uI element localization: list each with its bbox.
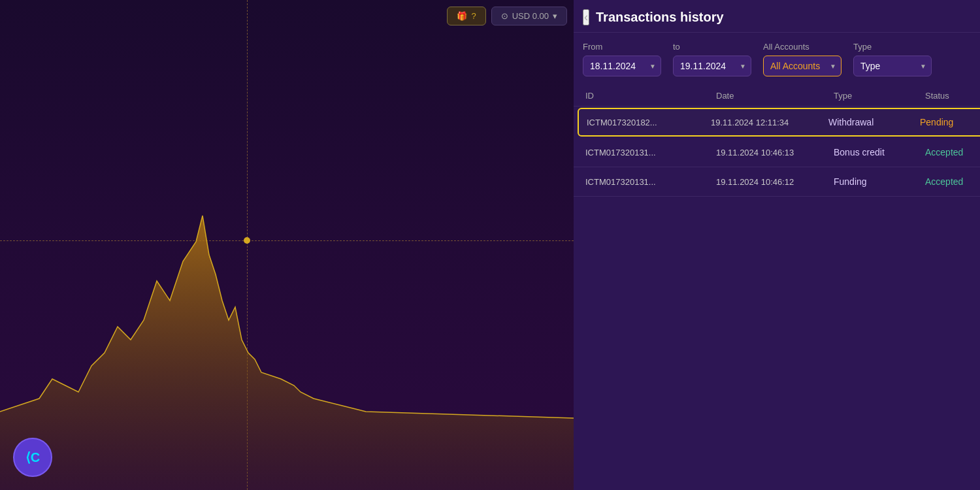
row-2-status: Accepted <box>925 147 980 157</box>
table-body: ICTM017320182... 19.11.2024 12:11:34 Wit… <box>574 106 980 490</box>
row-1-date: 19.11.2024 12:11:34 <box>711 118 828 127</box>
wallet-icon: ⊙ <box>501 11 508 21</box>
to-date-select[interactable]: 19.11.2024 <box>673 56 751 76</box>
balance-label: USD 0.00 <box>512 11 549 21</box>
accounts-label: All Accounts <box>763 42 841 52</box>
row-2-type: Bonus credit <box>834 147 925 157</box>
price-chart <box>0 98 574 490</box>
to-label: to <box>673 42 751 52</box>
type-select-wrapper: Type <box>853 56 932 76</box>
type-filter-group: Type Type <box>853 42 932 76</box>
from-select-wrapper: 18.11.2024 <box>583 56 661 76</box>
row-1-type: Withdrawal <box>828 117 920 127</box>
row-2-date: 19.11.2024 10:46:13 <box>716 148 834 157</box>
logo-text: ⟨C <box>25 449 40 465</box>
from-filter-group: From 18.11.2024 <box>583 42 661 76</box>
type-label: Type <box>853 42 932 52</box>
chart-toolbar: 🎁 ? ⊙ USD 0.00 ▾ <box>447 7 567 25</box>
row-3-status: Accepted <box>925 176 980 187</box>
table-row[interactable]: ICTM017320182... 19.11.2024 12:11:34 Wit… <box>578 108 980 137</box>
transactions-panel: ‹ Transactions history ✕ From 18.11.2024… <box>574 0 980 490</box>
panel-title: Transactions history <box>596 10 724 25</box>
row-3-type: Funding <box>834 176 925 187</box>
table-header: ID Date Type Status Amount <box>574 86 980 106</box>
accounts-select[interactable]: All Accounts <box>763 56 841 76</box>
gift-icon: 🎁 <box>457 11 467 21</box>
chart-area: 🎁 ? ⊙ USD 0.00 ▾ ⟨C <box>0 0 574 490</box>
to-filter-group: to 19.11.2024 <box>673 42 751 76</box>
from-date-select[interactable]: 18.11.2024 <box>583 56 661 76</box>
row-1-id: ICTM017320182... <box>587 118 711 127</box>
from-label: From <box>583 42 661 52</box>
panel-header-left: ‹ Transactions history <box>583 9 724 25</box>
accounts-select-wrapper: All Accounts <box>763 56 841 76</box>
col-date: Date <box>716 91 834 101</box>
gift-label: ? <box>471 11 476 21</box>
type-select[interactable]: Type <box>853 56 932 76</box>
panel-header: ‹ Transactions history ✕ <box>574 0 980 33</box>
row-2-id: ICTM017320131... <box>585 148 716 157</box>
accounts-filter-group: All Accounts All Accounts <box>763 42 841 76</box>
logo: ⟨C <box>13 438 52 477</box>
chevron-icon: ▾ <box>553 11 557 21</box>
row-1-status: Pending <box>920 117 980 127</box>
back-button[interactable]: ‹ <box>583 9 589 25</box>
to-select-wrapper: 19.11.2024 <box>673 56 751 76</box>
filter-row: From 18.11.2024 to 19.11.2024 All Accoun… <box>574 33 980 83</box>
gift-button[interactable]: 🎁 ? <box>447 7 485 25</box>
table-row[interactable]: ICTM017320131... 19.11.2024 10:46:13 Bon… <box>574 138 980 167</box>
col-type: Type <box>834 91 925 101</box>
balance-button[interactable]: ⊙ USD 0.00 ▾ <box>491 7 567 25</box>
col-status: Status <box>925 91 980 101</box>
row-3-id: ICTM017320131... <box>585 177 716 187</box>
row-3-date: 19.11.2024 10:46:12 <box>716 177 834 187</box>
table-row[interactable]: ICTM017320131... 19.11.2024 10:46:12 Fun… <box>574 167 980 197</box>
col-id: ID <box>585 91 716 101</box>
